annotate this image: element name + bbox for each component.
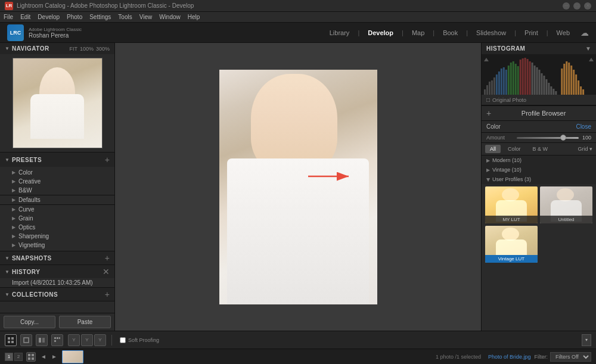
histogram-canvas [482,54,596,95]
profile-browser-add[interactable]: + [486,108,491,118]
snapshots-add[interactable]: + [105,253,110,263]
grid-view-btn[interactable] [5,334,17,346]
preset-optics-label: Optics [18,224,35,231]
soft-proofing-checkbox[interactable] [120,337,126,343]
preset-bw[interactable]: ▶ B&W [0,186,114,195]
copy-button[interactable]: Copy... [4,316,55,328]
nav-prev-btn[interactable]: ◄ [39,352,48,361]
toolbar-dropdown[interactable]: ▾ [582,334,591,346]
svg-rect-31 [552,89,554,95]
grid-btn[interactable]: Grid ▾ [578,146,592,152]
btn-y3[interactable]: Y [94,334,106,346]
filter-tabs: All Color B & W Grid ▾ [482,143,596,155]
svg-rect-33 [561,69,563,95]
snapshots-header[interactable]: ▼ Snapshots + [0,251,114,265]
nav-develop[interactable]: Develop [362,27,399,39]
profile-group-vintage[interactable]: ▶ Vintage (10) [482,165,596,175]
preset-defaults[interactable]: ▶ Defaults [0,195,114,204]
menu-develop[interactable]: Develop [38,14,60,20]
page-1-btn[interactable]: 1 [5,353,13,361]
close-btn[interactable]: ✕ [584,2,591,10]
history-title: History [12,269,103,275]
close-label[interactable]: Close [576,123,591,130]
profile-vintage-lut[interactable]: Vintage LUT [485,226,538,263]
svg-rect-18 [522,58,524,95]
modern-label: Modern (10) [492,157,522,163]
loupe-view-btn[interactable] [20,334,32,346]
svg-rect-57 [32,354,34,356]
menu-tools[interactable]: Tools [118,14,132,20]
history-clear[interactable]: ✕ [103,267,110,276]
amount-slider[interactable] [517,137,579,139]
collections-section: ▼ Collections + [0,288,114,301]
menu-window[interactable]: Window [159,14,181,20]
page-2-btn[interactable]: 2 [14,353,23,361]
collections-header[interactable]: ▼ Collections + [0,288,114,301]
profile-my-lut[interactable]: MY LUT [485,186,538,223]
presets-add[interactable]: + [105,155,110,164]
filmstrip-grid-btn[interactable] [26,352,36,362]
profile-group-user[interactable]: ▶ User Profiles (3) [482,175,596,184]
menu-file[interactable]: File [4,14,13,20]
preset-defaults-label: Defaults [18,197,41,203]
zoom-300[interactable]: 300% [96,46,110,52]
nav-print[interactable]: Print [519,27,544,39]
presets-list: ▶ Color ▶ Creative ▶ B&W ▶ Defaults [0,167,114,251]
history-header[interactable]: ▼ History ✕ [0,265,114,278]
maximize-btn[interactable]: □ [573,2,581,10]
history-section: ▼ History ✕ Import (4/8/2021 10:43:25 AM… [0,265,114,288]
preset-bw-label: B&W [18,187,32,194]
filter-select[interactable]: Filters Off [550,352,591,362]
preset-optics[interactable]: ▶ Optics [0,223,114,232]
histogram-expand[interactable]: ▼ [585,45,591,52]
nav-web[interactable]: Web [551,27,576,39]
profile-group-modern[interactable]: ▶ Modern (10) [482,155,596,165]
nav-library[interactable]: Library [324,27,356,39]
navigator-header[interactable]: ▼ Navigator FIT 100% 300% [0,43,114,54]
collections-add[interactable]: + [105,290,110,299]
filename-label[interactable]: Photo of Bride.jpg [488,354,531,360]
histogram-header[interactable]: Histogram ▼ [482,43,596,54]
survey-btn[interactable] [51,334,63,346]
paste-button[interactable]: Paste [59,316,111,328]
preset-curve[interactable]: ▶ Curve [0,205,114,214]
compare-btn[interactable] [36,334,48,346]
preset-vignetting[interactable]: ▶ Vignetting [0,241,114,250]
color-row: Color Close [482,121,596,133]
zoom-controls: FIT 100% 300% [69,46,110,52]
profile-untitled[interactable]: Untitled [540,186,592,223]
preset-grain[interactable]: ▶ Grain [0,214,114,223]
zoom-100[interactable]: 100% [80,46,94,52]
history-item[interactable]: Import (4/8/2021 10:43:25 AM) [0,278,114,287]
nav-map[interactable]: Map [406,27,430,39]
menu-help[interactable]: Help [188,14,200,20]
btn-y2[interactable]: Y [81,334,93,346]
preset-curve-label: Curve [18,206,35,213]
nav-book[interactable]: Book [437,27,464,39]
tab-all[interactable]: All [485,145,501,153]
minimize-btn[interactable]: ─ [563,2,570,10]
filmstrip-thumb-area [62,350,432,363]
menu-edit[interactable]: Edit [20,14,30,20]
nav-next-btn[interactable]: ► [50,352,58,361]
cloud-icon[interactable]: ☁ [581,28,589,38]
menu-photo[interactable]: Photo [67,14,82,20]
svg-rect-37 [570,66,572,95]
tab-bw[interactable]: B & W [528,145,553,153]
nav-slideshow[interactable]: Slideshow [470,27,512,39]
svg-rect-45 [8,337,10,340]
preset-vignetting-arrow: ▶ [12,242,15,248]
menu-view[interactable]: View [139,14,153,20]
preset-sharpening-arrow: ▶ [12,234,15,239]
menu-settings[interactable]: Settings [89,14,111,20]
filmstrip-thumb[interactable] [62,350,83,363]
zoom-fit[interactable]: FIT [69,46,77,52]
tab-color[interactable]: Color [503,145,526,153]
preset-sharpening[interactable]: ▶ Sharpening [0,232,114,241]
preset-creative[interactable]: ▶ Creative [0,177,114,186]
btn-y1[interactable]: Y [68,334,80,346]
preset-color[interactable]: ▶ Color [0,168,114,177]
original-photo-label: Original Photo [482,95,596,105]
presets-header[interactable]: ▼ Presets + [0,153,114,167]
lr-icon: LR [6,3,13,8]
